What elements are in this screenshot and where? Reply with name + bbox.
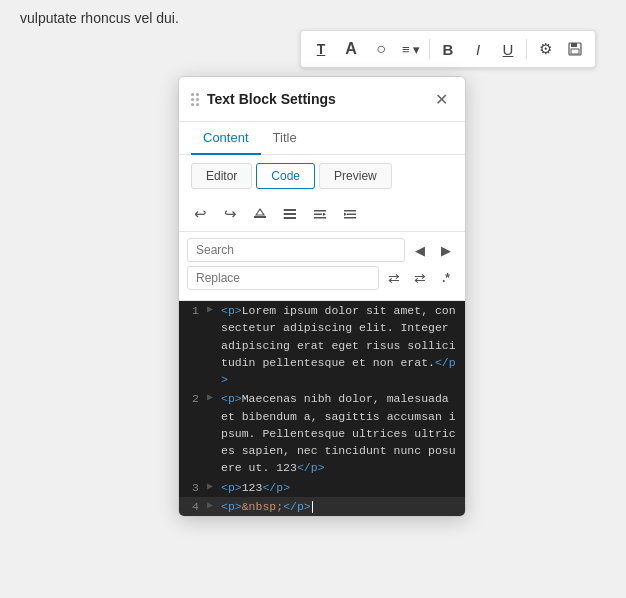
code-toolbar: ↩ ↪ <box>179 197 465 232</box>
panel-header-left: Text Block Settings <box>191 91 336 107</box>
subtab-preview[interactable]: Preview <box>319 163 392 189</box>
list-button[interactable] <box>277 201 303 227</box>
panel-title: Text Block Settings <box>207 91 336 107</box>
svg-rect-6 <box>284 217 296 219</box>
search-next-button[interactable]: ▶ <box>435 239 457 261</box>
redo-button[interactable]: ↪ <box>217 201 243 227</box>
svg-rect-13 <box>344 210 356 212</box>
replace-row: ⇄ ⇄ .* <box>187 266 457 290</box>
svg-rect-3 <box>254 216 266 218</box>
align-button[interactable]: ≡ ▾ <box>397 35 425 63</box>
toolbar-divider-2 <box>526 39 527 59</box>
code-line-3: 3 ▶ <p>123</p> <box>179 478 465 497</box>
bold-button[interactable]: B <box>434 35 462 63</box>
code-line-1: 1 ▶ <p>Lorem ipsum dolor sit amet, conse… <box>179 301 465 389</box>
regex-button[interactable]: .* <box>435 267 457 289</box>
search-prev-button[interactable]: ◀ <box>409 239 431 261</box>
panel-header: Text Block Settings ✕ <box>179 77 465 122</box>
panel-subtabs: Editor Code Preview <box>179 155 465 197</box>
replace-button[interactable]: ⇄ <box>383 267 405 289</box>
font-button[interactable]: A <box>337 35 365 63</box>
drag-handle[interactable] <box>191 93 199 106</box>
code-line-4: 4 ▶ <p>&nbsp;</p> <box>179 497 465 516</box>
editor-toolbar: T A ○ ≡ ▾ B I U ⚙ <box>300 30 596 68</box>
tab-content[interactable]: Content <box>191 122 261 155</box>
toolbar-divider <box>429 39 430 59</box>
svg-rect-2 <box>571 49 579 54</box>
replace-input[interactable] <box>187 266 379 290</box>
svg-point-9 <box>284 217 286 219</box>
svg-rect-14 <box>347 214 356 216</box>
panel-tabs: Content Title <box>179 122 465 155</box>
indent-button[interactable] <box>337 201 363 227</box>
underline-button[interactable]: U <box>494 35 522 63</box>
format-button[interactable]: T <box>307 35 335 63</box>
close-button[interactable]: ✕ <box>429 87 453 111</box>
tab-title[interactable]: Title <box>261 122 309 155</box>
save-button[interactable] <box>561 35 589 63</box>
text-block-settings-panel: Text Block Settings ✕ Content Title Edit… <box>178 76 466 517</box>
search-replace: ◀ ▶ ⇄ ⇄ .* <box>179 232 465 301</box>
highlight-button[interactable] <box>247 201 273 227</box>
svg-point-8 <box>284 213 286 215</box>
svg-rect-5 <box>284 213 296 215</box>
wrap-button[interactable] <box>307 201 333 227</box>
replace-all-button[interactable]: ⇄ <box>409 267 431 289</box>
svg-rect-12 <box>314 217 326 219</box>
subtab-code[interactable]: Code <box>256 163 315 189</box>
circle-button[interactable]: ○ <box>367 35 395 63</box>
subtab-editor[interactable]: Editor <box>191 163 252 189</box>
code-editor[interactable]: 1 ▶ <p>Lorem ipsum dolor sit amet, conse… <box>179 301 465 516</box>
code-line-2: 2 ▶ <p>Maecenas nibh dolor, malesuada et… <box>179 389 465 477</box>
settings-button[interactable]: ⚙ <box>531 35 559 63</box>
italic-button[interactable]: I <box>464 35 492 63</box>
svg-rect-1 <box>571 43 577 47</box>
svg-point-7 <box>284 209 286 211</box>
search-row: ◀ ▶ <box>187 238 457 262</box>
svg-rect-15 <box>344 217 356 219</box>
svg-rect-11 <box>314 214 322 216</box>
svg-rect-4 <box>284 209 296 211</box>
undo-button[interactable]: ↩ <box>187 201 213 227</box>
search-input[interactable] <box>187 238 405 262</box>
svg-rect-10 <box>314 210 326 212</box>
